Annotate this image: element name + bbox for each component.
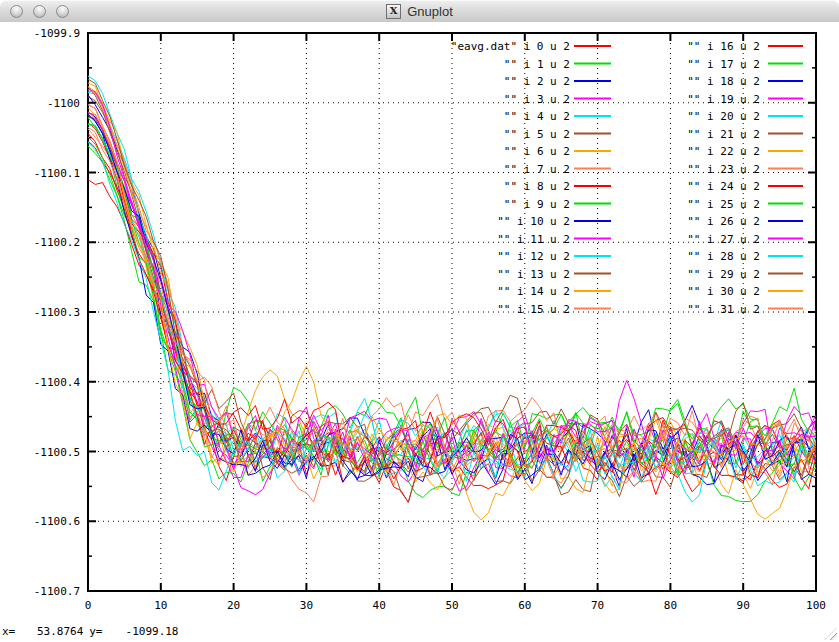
legend-entry-label: "" i 8 u 2: [504, 180, 570, 193]
legend-entry-label: "" i 13 u 2: [497, 268, 570, 281]
x-tick-label: 100: [806, 599, 826, 612]
x-tick-label: 70: [591, 599, 604, 612]
gnuplot-window: X Gnuplot -1099.9-1100-1100.1-1100.2-110…: [0, 0, 839, 642]
y-tick-label: -1100.3: [34, 306, 80, 319]
legend-entry-label: "" i 25 u 2: [687, 198, 760, 211]
legend-entry-label: "" i 18 u 2: [687, 75, 760, 88]
legend-entry-label: "" i 16 u 2: [687, 40, 760, 53]
status-y-label: y=: [89, 625, 102, 638]
window-title: Gnuplot: [407, 4, 453, 19]
legend-entry-label: "" i 15 u 2: [497, 303, 570, 316]
x-tick-label: 30: [300, 599, 313, 612]
y-tick-label: -1100.4: [34, 376, 81, 389]
y-tick-label: -1100.6: [34, 515, 80, 528]
plot-canvas[interactable]: -1099.9-1100-1100.1-1100.2-1100.3-1100.4…: [0, 22, 839, 642]
legend-entry-label: "" i 12 u 2: [497, 250, 570, 263]
status-bar: x=53.8764y=-1099.18: [2, 625, 179, 639]
x-tick-label: 0: [85, 599, 92, 612]
legend-entry-label: "" i 30 u 2: [687, 285, 760, 298]
legend-entry-label: "" i 23 u 2: [687, 163, 760, 176]
x-tick-label: 50: [445, 599, 458, 612]
legend-entry-label: "" i 21 u 2: [687, 128, 760, 141]
y-tick-label: -1100.2: [34, 236, 80, 249]
x-tick-label: 20: [227, 599, 240, 612]
legend-entry-label: "" i 4 u 2: [504, 110, 570, 123]
legend-entry-label: "" i 10 u 2: [497, 215, 570, 228]
title-bar[interactable]: X Gnuplot: [0, 0, 839, 23]
y-tick-label: -1100.1: [34, 167, 80, 180]
x-tick-label: 40: [373, 599, 386, 612]
x-tick-label: 80: [664, 599, 677, 612]
gnuplot-canvas: -1099.9-1100-1100.1-1100.2-1100.3-1100.4…: [0, 22, 839, 642]
legend-entry-label: "" i 31 u 2: [687, 303, 760, 316]
window-title-wrap: X Gnuplot: [0, 0, 839, 22]
legend-entry-label: "" i 3 u 2: [504, 93, 570, 106]
legend-entry-label: "" i 22 u 2: [687, 145, 760, 158]
legend-entry-label: "" i 1 u 2: [504, 58, 570, 71]
x-tick-label: 90: [737, 599, 750, 612]
x11-app-icon: X: [386, 4, 401, 19]
legend-entry-label: "eavg.dat" i 0 u 2: [451, 40, 570, 53]
legend-entry-label: "" i 7 u 2: [504, 163, 570, 176]
y-tick-label: -1100.5: [34, 446, 80, 459]
legend-entry-label: "" i 14 u 2: [497, 285, 570, 298]
legend-entry-label: "" i 24 u 2: [687, 180, 760, 193]
legend-entry-label: "" i 2 u 2: [504, 75, 570, 88]
x-tick-label: 10: [154, 599, 167, 612]
status-x-value: 53.8764: [15, 625, 83, 638]
x-tick-label: 60: [518, 599, 531, 612]
status-x-label: x=: [2, 625, 15, 638]
legend-entry-label: "" i 19 u 2: [687, 93, 760, 106]
legend-entry-label: "" i 28 u 2: [687, 250, 760, 263]
legend-entry-label: "" i 11 u 2: [497, 233, 570, 246]
status-y-value: -1099.18: [103, 625, 179, 638]
y-tick-label: -1100.7: [34, 585, 80, 598]
legend-entry-label: "" i 27 u 2: [687, 233, 760, 246]
y-tick-label: -1099.9: [34, 27, 80, 40]
y-tick-label: -1100: [47, 97, 80, 110]
legend-entry-label: "" i 9 u 2: [504, 198, 570, 211]
legend-entry-label: "" i 20 u 2: [687, 110, 760, 123]
legend-entry-label: "" i 17 u 2: [687, 58, 760, 71]
legend-entry-label: "" i 26 u 2: [687, 215, 760, 228]
legend-entry-label: "" i 29 u 2: [687, 268, 760, 281]
legend-entry-label: "" i 6 u 2: [504, 145, 570, 158]
legend-entry-label: "" i 5 u 2: [504, 128, 570, 141]
